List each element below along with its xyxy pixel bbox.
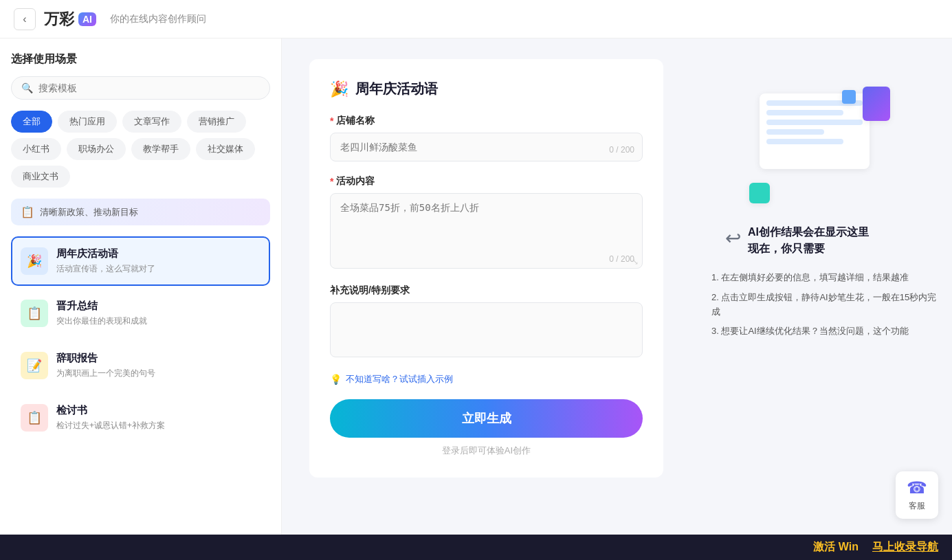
step-item-2: 2. 点击立即生成按钮，静待AI妙笔生花，一般在15秒内完成 — [711, 291, 938, 320]
template-item-promotion[interactable]: 📋 晋升总结 突出你最佳的表现和成就 — [11, 289, 270, 338]
hint-row[interactable]: 💡 不知道写啥？试试插入示例 — [330, 373, 643, 385]
shop-name-input[interactable] — [330, 133, 643, 161]
customer-service-widget[interactable]: ☎ 客服 — [896, 471, 938, 519]
callout-subtitle: 现在，你只需要 — [748, 240, 869, 257]
activity-textarea[interactable] — [330, 193, 643, 269]
template-desc-resignation: 为离职画上一个完美的句号 — [56, 368, 261, 379]
sidebar-banner: 📋 清晰新政策、推动新目标 — [11, 199, 270, 225]
search-box[interactable]: 🔍 — [11, 76, 270, 100]
template-icon-anniversary: 🎉 — [21, 247, 48, 275]
step-item-1: 1. 在左侧填好必要的信息，填写越详细，结果越准 — [711, 271, 938, 285]
resize-handle[interactable]: ⤡ — [632, 257, 639, 267]
step-item-3: 3. 想要让AI继续优化结果？当然没问题，这个功能 — [711, 324, 938, 339]
template-list: 🎉 周年庆活动语 活动宣传语，这么写就对了 📋 晋升总结 突出你最佳的表现和成就… — [11, 236, 270, 443]
supplement-textarea[interactable] — [330, 302, 643, 357]
bottom-banner-link[interactable]: 马上收录导航 — [872, 540, 938, 555]
template-name-review: 检讨书 — [56, 404, 261, 417]
illus-blue-sm — [842, 90, 856, 104]
template-info-promotion: 晋升总结 突出你最佳的表现和成就 — [56, 300, 261, 327]
banner-icon: 📋 — [21, 205, 34, 219]
header-subtitle: 你的在线内容创作顾问 — [110, 13, 206, 25]
required-mark: * — [330, 115, 333, 126]
tag-商业文书[interactable]: 商业文书 — [11, 166, 70, 188]
form-header: 🎉 周年庆活动语 — [330, 80, 643, 98]
search-input[interactable] — [38, 82, 260, 93]
illus-line-2 — [766, 110, 843, 115]
hint-text[interactable]: 不知道写啥？试试插入示例 — [346, 373, 453, 385]
illus-line-5 — [766, 139, 843, 144]
illus-card-main — [760, 93, 870, 169]
tag-全部[interactable]: 全部 — [11, 111, 52, 133]
logo-text: 万彩 — [44, 9, 74, 30]
main-content: 🎉 周年庆活动语 * 店铺名称 0 / 200 * 活动内容 — [282, 38, 691, 560]
tag-文章写作[interactable]: 文章写作 — [122, 111, 181, 133]
callout-title: AI创作结果会在显示这里 — [748, 224, 869, 240]
supplement-wrap — [330, 302, 643, 359]
tag-教学帮手[interactable]: 教学帮手 — [131, 138, 190, 160]
activity-wrap: 0 / 200 ⤡ — [330, 193, 643, 271]
activity-char-count: 0 / 200 — [609, 254, 634, 264]
generate-button[interactable]: 立即生成 — [330, 399, 643, 438]
login-hint: 登录后即可体验AI创作 — [330, 445, 643, 457]
search-icon: 🔍 — [21, 82, 33, 93]
tag-小红书[interactable]: 小红书 — [11, 138, 61, 160]
bottom-banner: 激活 Win 马上收录导航 — [0, 535, 952, 560]
template-desc-anniversary: 活动宣传语，这么写就对了 — [56, 263, 261, 275]
arrow-icon: ↩ — [725, 227, 741, 249]
template-desc-review: 检讨过失+诚恩认错+补救方案 — [56, 420, 261, 432]
logo-area: 万彩 AI — [44, 9, 96, 30]
field-label-shop-name: * 店铺名称 — [330, 115, 643, 127]
sidebar-title: 选择使用场景 — [11, 52, 270, 67]
tag-营销推广[interactable]: 营销推广 — [187, 111, 246, 133]
main-layout: 选择使用场景 🔍 全部热门应用文章写作营销推广小红书职场办公教学帮手社交媒体商业… — [0, 38, 952, 560]
tag-社交媒体[interactable]: 社交媒体 — [196, 138, 255, 160]
form-title: 周年庆活动语 — [355, 80, 438, 98]
form-header-icon: 🎉 — [330, 80, 348, 98]
template-icon-review: 📋 — [21, 404, 48, 432]
template-info-review: 检讨书 检讨过失+诚恩认错+补救方案 — [56, 404, 261, 432]
field-supplement: 补充说明/特别要求 — [330, 284, 643, 359]
arrow-hint: ↩ AI创作结果会在显示这里 现在，你只需要 — [725, 224, 869, 257]
bottom-banner-text: 激活 Win — [813, 540, 859, 555]
field-label-activity: * 活动内容 — [330, 175, 643, 188]
illus-line-4 — [766, 129, 824, 135]
app-header: ‹ 万彩 AI 你的在线内容创作顾问 — [0, 0, 952, 38]
template-desc-promotion: 突出你最佳的表现和成就 — [56, 315, 261, 327]
back-button[interactable]: ‹ — [14, 8, 36, 30]
banner-text: 清晰新政策、推动新目标 — [40, 206, 138, 219]
form-panel: 🎉 周年庆活动语 * 店铺名称 0 / 200 * 活动内容 — [309, 59, 663, 478]
shop-name-wrap: 0 / 200 — [330, 133, 643, 161]
template-info-resignation: 辞职报告 为离职画上一个完美的句号 — [56, 352, 261, 379]
template-icon-promotion: 📋 — [21, 300, 48, 327]
logo-ai-badge: AI — [78, 12, 96, 26]
template-name-resignation: 辞职报告 — [56, 352, 261, 365]
field-shop-name: * 店铺名称 0 / 200 — [330, 115, 643, 161]
field-label-supplement: 补充说明/特别要求 — [330, 284, 643, 297]
tag-group: 全部热门应用文章写作营销推广小红书职场办公教学帮手社交媒体商业文书 — [11, 111, 270, 188]
template-name-anniversary: 周年庆活动语 — [56, 247, 261, 260]
field-activity-content: * 活动内容 0 / 200 ⤡ — [330, 175, 643, 271]
template-item-review[interactable]: 📋 检讨书 检讨过失+诚恩认错+补救方案 — [11, 393, 270, 443]
illus-teal — [749, 183, 770, 203]
customer-service-icon: ☎ — [907, 478, 927, 497]
tag-职场办公[interactable]: 职场办公 — [67, 138, 126, 160]
sidebar: 选择使用场景 🔍 全部热门应用文章写作营销推广小红书职场办公教学帮手社交媒体商业… — [0, 38, 282, 560]
required-mark-2: * — [330, 176, 333, 187]
template-name-promotion: 晋升总结 — [56, 300, 261, 313]
illus-accent — [863, 87, 890, 121]
hint-icon: 💡 — [330, 374, 342, 385]
shop-name-char-count: 0 / 200 — [609, 145, 634, 155]
illus-line-3 — [766, 120, 863, 125]
template-item-anniversary[interactable]: 🎉 周年庆活动语 活动宣传语，这么写就对了 — [11, 236, 270, 286]
tag-热门应用[interactable]: 热门应用 — [58, 111, 117, 133]
template-info-anniversary: 周年庆活动语 活动宣传语，这么写就对了 — [56, 247, 261, 275]
template-item-resignation[interactable]: 📝 辞职报告 为离职画上一个完美的句号 — [11, 341, 270, 390]
illustration — [746, 87, 897, 210]
template-icon-resignation: 📝 — [21, 352, 48, 379]
steps-list: 1. 在左侧填好必要的信息，填写越详细，结果越准2. 点击立即生成按钮，静待AI… — [711, 271, 938, 344]
customer-service-label: 客服 — [909, 500, 925, 512]
